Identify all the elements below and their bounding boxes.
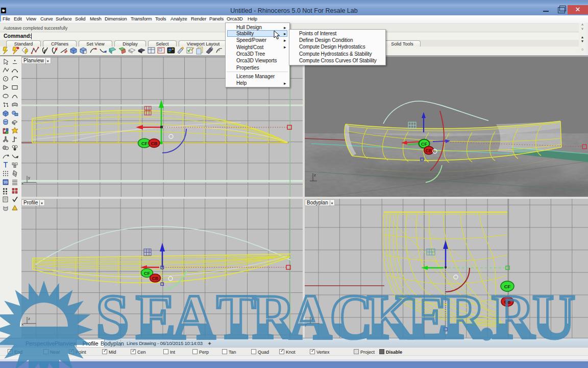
svg-text:z: z — [311, 316, 313, 321]
svg-text:CB: CB — [504, 300, 510, 305]
svg-text:CF: CF — [141, 141, 148, 146]
svg-text:y: y — [28, 175, 30, 180]
svg-text:CB: CB — [151, 141, 157, 146]
svg-text:CB: CB — [152, 276, 158, 281]
svg-text:CB: CB — [426, 148, 432, 153]
svg-text:z: z — [314, 173, 316, 177]
svg-text:CF: CF — [144, 271, 150, 276]
svg-text:z: z — [28, 316, 30, 321]
svg-text:CF: CF — [421, 142, 427, 147]
svg-text:x: x — [21, 322, 23, 327]
svg-text:x: x — [21, 181, 23, 186]
svg-text:99: 99 — [4, 180, 8, 184]
svg-text:CF: CF — [504, 284, 511, 289]
svg-text:y: y — [305, 322, 307, 327]
